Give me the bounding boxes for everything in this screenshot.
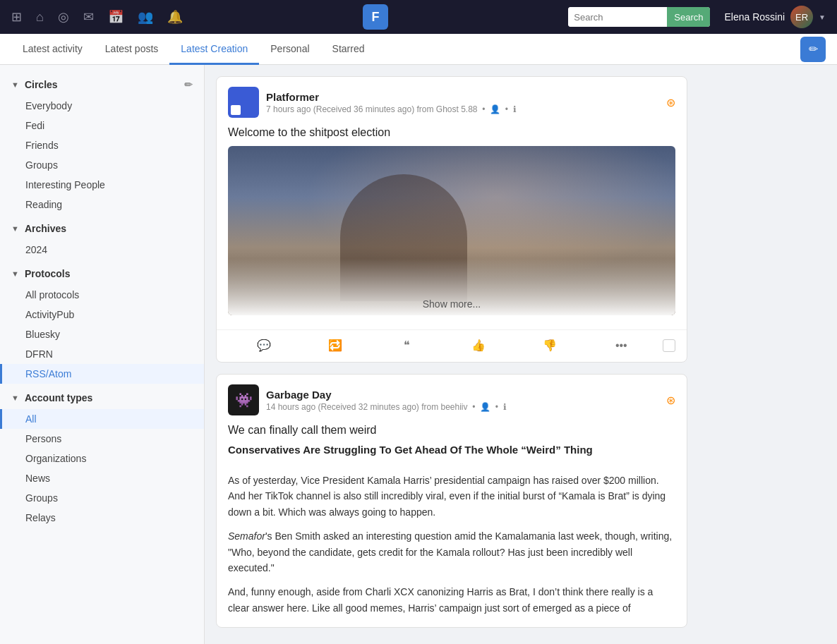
tab-latest-creation[interactable]: Latest Creation [169, 35, 259, 65]
repost-icon[interactable]: 🔁 [299, 336, 371, 355]
sidebar-item-relays[interactable]: Relays [0, 508, 204, 528]
search-input[interactable] [568, 7, 667, 27]
account-types-section: ▼ Account types All Persons Organization… [0, 387, 204, 528]
info-icon: ℹ [513, 104, 517, 114]
circles-section: ▼ Circles ✏ Everybody Fedi Friends Group… [0, 73, 204, 214]
sidebar-item-activitypub[interactable]: ActivityPub [0, 305, 204, 324]
user-dropdown-arrow[interactable]: ▼ [819, 13, 826, 21]
show-more-button[interactable]: Show more... [423, 298, 481, 310]
sidebar-item-fedi[interactable]: Fedi [0, 116, 204, 135]
page-layout: ▼ Circles ✏ Everybody Fedi Friends Group… [0, 65, 837, 644]
protocols-label: Protocols [25, 268, 71, 279]
card-header-garbage-day: 👾 Garbage Day 14 hours ago (Received 32 … [217, 375, 687, 421]
tab-personal[interactable]: Personal [259, 35, 320, 65]
sidebar-item-groups[interactable]: Groups [0, 155, 204, 175]
calendar-icon[interactable]: 📅 [108, 9, 124, 25]
target-icon[interactable]: ◎ [58, 9, 69, 25]
dislike-icon[interactable]: 👎 [514, 336, 585, 355]
card-actions-platformer: 💬 🔁 ❝ 👍 👎 ••• [217, 329, 687, 362]
card-time-platformer: 7 hours ago (Received 36 minutes ago) fr… [266, 104, 659, 114]
feed-card-platformer: Platformer 7 hours ago (Received 36 minu… [216, 76, 687, 363]
mail-icon[interactable]: ✉ [83, 9, 94, 25]
card-paragraph-2: Semafor's Ben Smith asked an interesting… [228, 528, 675, 576]
user-name: Elena Rossini [724, 11, 785, 23]
sidebar-item-groups-account[interactable]: Groups [0, 488, 204, 508]
tab-latest-activity[interactable]: Latest activity [11, 35, 94, 65]
account-types-label: Account types [25, 392, 92, 403]
person-icon: 👤 [490, 104, 500, 114]
circles-label: Circles [25, 79, 58, 90]
feed-card-garbage-day: 👾 Garbage Day 14 hours ago (Received 32 … [216, 374, 687, 628]
rss-icon-platformer[interactable]: ⊛ [666, 96, 675, 109]
sidebar-item-reading[interactable]: Reading [0, 195, 204, 214]
account-types-header[interactable]: ▼ Account types [0, 387, 204, 409]
rss-icon-garbage-day[interactable]: ⊛ [666, 394, 675, 407]
garbage-day-avatar: 👾 [228, 384, 259, 415]
protocols-header[interactable]: ▼ Protocols [0, 262, 204, 285]
top-navigation: ⊞ ⌂ ◎ ✉ 📅 👥 🔔 F Search Elena Rossini ER … [0, 0, 837, 34]
circles-arrow: ▼ [11, 80, 19, 89]
sidebar-item-dfrn[interactable]: DFRN [0, 344, 204, 364]
card-paragraph-3: And, funny enough, aside from Charli XCX… [228, 584, 675, 616]
info-icon-gd: ℹ [503, 402, 507, 412]
sub-navigation: Latest activity Latest posts Latest Crea… [0, 34, 837, 65]
tab-latest-posts[interactable]: Latest posts [94, 35, 170, 65]
card-headline-platformer: Welcome to the shitpost election [228, 126, 675, 139]
main-feed: Platformer 7 hours ago (Received 36 minu… [205, 65, 699, 644]
person-icon-gd: 👤 [480, 402, 490, 412]
show-more-overlay: Show more... [228, 259, 675, 315]
quote-icon[interactable]: ❝ [371, 336, 442, 355]
card-meta-garbage-day: Garbage Day 14 hours ago (Received 32 mi… [266, 389, 659, 412]
sidebar-item-2024[interactable]: 2024 [0, 240, 204, 260]
archives-section: ▼ Archives 2024 [0, 217, 204, 260]
sidebar-item-interesting-people[interactable]: Interesting People [0, 175, 204, 195]
sidebar-item-all-accounts[interactable]: All [0, 409, 204, 429]
more-icon[interactable]: ••• [586, 336, 657, 355]
app-logo: F [363, 4, 388, 30]
sidebar-item-all-protocols[interactable]: All protocols [0, 285, 204, 305]
sidebar-item-persons[interactable]: Persons [0, 429, 204, 449]
user-area[interactable]: Elena Rossini ER ▼ [724, 6, 826, 28]
sidebar: ▼ Circles ✏ Everybody Fedi Friends Group… [0, 65, 205, 644]
sidebar-item-friends[interactable]: Friends [0, 135, 204, 155]
card-image-platformer: Show more... [228, 146, 675, 315]
home-icon[interactable]: ⌂ [36, 10, 44, 25]
comment-icon[interactable]: 💬 [228, 336, 299, 355]
card-checkbox[interactable] [663, 339, 675, 352]
archives-label: Archives [25, 223, 66, 234]
card-headline-garbage-day: We can finally call them weird [228, 424, 675, 437]
card-body-garbage-day: We can finally call them weird Conservat… [217, 421, 687, 473]
sidebar-item-news[interactable]: News [0, 468, 204, 488]
archives-arrow: ▼ [11, 224, 19, 233]
platformer-avatar [228, 87, 259, 118]
avatar: ER [790, 6, 813, 28]
semafor-em: Semafor [228, 530, 265, 542]
card-paragraph-1: As of yesterday, Vice President Kamala H… [228, 473, 675, 520]
tab-starred[interactable]: Starred [321, 35, 376, 65]
bell-icon[interactable]: 🔔 [167, 9, 183, 25]
card-source-platformer[interactable]: Platformer [266, 91, 659, 103]
like-icon[interactable]: 👍 [442, 336, 514, 355]
card-source-garbage-day[interactable]: Garbage Day [266, 389, 659, 401]
card-body-platformer: Welcome to the shitpost election Show mo… [217, 123, 687, 329]
card-text-garbage-day: As of yesterday, Vice President Kamala H… [217, 473, 687, 627]
sidebar-item-bluesky[interactable]: Bluesky [0, 324, 204, 344]
circles-header[interactable]: ▼ Circles ✏ [0, 73, 204, 96]
sidebar-item-rss-atom[interactable]: RSS/Atom [0, 364, 204, 384]
account-types-arrow: ▼ [11, 394, 19, 402]
circles-edit-icon[interactable]: ✏ [184, 79, 193, 90]
search-button[interactable]: Search [667, 7, 710, 27]
sidebar-item-organizations[interactable]: Organizations [0, 449, 204, 468]
card-header-platformer: Platformer 7 hours ago (Received 36 minu… [217, 77, 687, 123]
card-subheadline-garbage-day: Conservatives Are Struggling To Get Ahea… [228, 444, 675, 456]
archives-header[interactable]: ▼ Archives [0, 217, 204, 240]
edit-button[interactable]: ✏ [800, 37, 826, 62]
protocols-section: ▼ Protocols All protocols ActivityPub Bl… [0, 262, 204, 384]
card-meta-platformer: Platformer 7 hours ago (Received 36 minu… [266, 91, 659, 114]
people-icon[interactable]: 👥 [138, 9, 153, 25]
card-time-garbage-day: 14 hours ago (Received 32 minutes ago) f… [266, 402, 659, 412]
grid-icon[interactable]: ⊞ [11, 9, 22, 25]
search-box: Search [568, 7, 710, 27]
sidebar-item-everybody[interactable]: Everybody [0, 96, 204, 116]
protocols-arrow: ▼ [11, 269, 19, 278]
